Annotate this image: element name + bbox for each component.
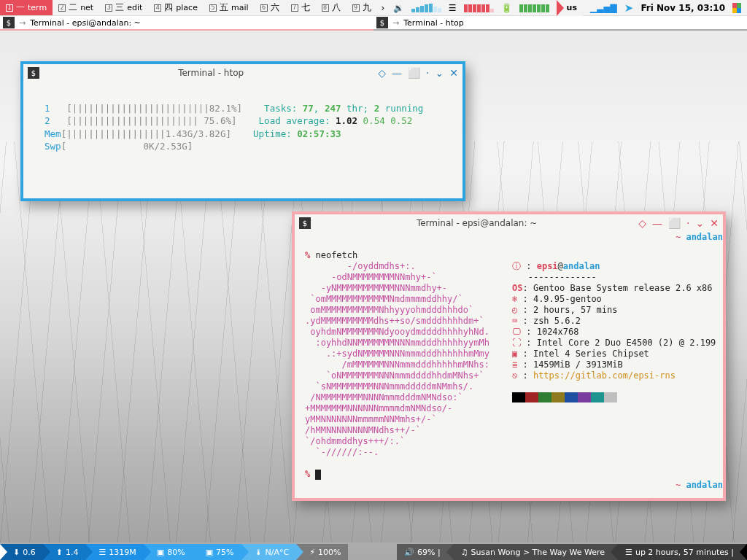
- system-tray: 🔉 ☰ 🔋 us ▁▃▅▇ ➤ Fri Nov 15, 03:10: [393, 0, 747, 15]
- workspace-6[interactable]: 6六: [255, 0, 285, 15]
- terminal-icon: $: [299, 217, 311, 229]
- task-terminal-epsi[interactable]: $→Terminal - epsi@andalan: ~: [0, 16, 374, 31]
- titlebar[interactable]: $ Terminal - htop ◇ — ⬜ · ⌄ ✕: [23, 64, 462, 82]
- volume-level[interactable]: 🔊69% |: [397, 544, 454, 560]
- memory-icon: ☰: [98, 548, 106, 557]
- neofetch-output: % neofetch -/oyddmdhs+:. -odNMMMMMMMMNNm…: [295, 232, 723, 498]
- window-buttons: ◇ — ⬜ · ⌄ ✕: [638, 217, 719, 229]
- arrow-icon: →: [19, 18, 26, 28]
- mem-graph: [464, 4, 494, 12]
- speaker-icon: 🔊: [404, 548, 414, 557]
- maximize-icon[interactable]: ⬜: [668, 217, 681, 229]
- cursor: [315, 470, 321, 480]
- terminal-icon: $: [28, 67, 39, 79]
- ws-num: 1: [6, 4, 13, 12]
- minimize-icon[interactable]: —: [392, 67, 402, 79]
- cpu1: ▣75%: [193, 544, 241, 560]
- thermometer-icon: 🌡: [255, 548, 263, 557]
- cpu-icon: ▣: [157, 548, 164, 557]
- bottombar: ⬇0.6 ⬆1.4 ☰1319M ▣80% ▣75% 🌡N/A°C ⚡100% …: [0, 544, 747, 560]
- telegram-icon[interactable]: ➤: [624, 1, 634, 15]
- dot-icon[interactable]: ·: [426, 67, 429, 79]
- cpu-icon: ▣: [206, 548, 213, 557]
- terminal-icon: $: [376, 17, 388, 28]
- chevron-down-icon[interactable]: ⌄: [436, 67, 444, 79]
- color-strip-icon: [732, 3, 741, 13]
- topbar: 1一term 2二net 3三edit 4四place 5五mail 6六 7七…: [0, 0, 747, 16]
- task-terminal-htop[interactable]: $→Terminal - htop: [374, 16, 747, 31]
- upload-icon: ⬆: [56, 548, 63, 557]
- keyboard-layout[interactable]: us: [557, 0, 583, 16]
- mem-used: ☰1319M: [85, 544, 143, 560]
- workspace-more-icon: ›: [377, 3, 390, 13]
- titlebar[interactable]: $ Terminal - epsi@andalan: ~ ◇ — ⬜ · ⌄ ✕: [295, 214, 723, 232]
- workspace-switcher: 1一term 2二net 3三edit 4四place 5五mail 6六 7七…: [0, 0, 389, 15]
- workspace-4[interactable]: 4四place: [148, 0, 204, 15]
- workspace-3[interactable]: 3三edit: [99, 0, 148, 15]
- disk-icon: ☰: [449, 3, 457, 13]
- dot-icon[interactable]: ·: [686, 217, 689, 229]
- bolt-icon: ⚡: [309, 548, 315, 557]
- window-title: Terminal - epsi@andalan: ~: [315, 218, 638, 228]
- prompt-host-right-2: ~ andalan: [676, 480, 723, 491]
- net-up: ⬆1.4: [43, 544, 86, 560]
- workspace-2[interactable]: 2二net: [53, 0, 99, 15]
- workspace-7[interactable]: 7七: [285, 0, 316, 15]
- workspace-5[interactable]: 5五mail: [204, 0, 255, 15]
- terminal-icon: $: [3, 17, 15, 28]
- now-playing[interactable]: ♫Susan Wong > The Way We Were: [454, 544, 618, 560]
- arrow-icon: →: [392, 18, 399, 28]
- disk-icon: ☰: [625, 548, 632, 557]
- temp: 🌡N/A°C: [241, 544, 297, 560]
- cpu-graph: [411, 4, 441, 12]
- pin-icon[interactable]: ◇: [378, 67, 386, 79]
- cpu0: ▣80%: [144, 544, 193, 560]
- clock[interactable]: Fri Nov 15, 03:10: [640, 3, 725, 13]
- bat-graph: [519, 4, 549, 12]
- close-icon[interactable]: ✕: [449, 67, 458, 79]
- window-htop[interactable]: $ Terminal - htop ◇ — ⬜ · ⌄ ✕ 1 [|||||||…: [20, 61, 465, 201]
- network-signal-icon: ▁▃▅▇: [590, 3, 617, 13]
- workspace-9[interactable]: 9九: [347, 0, 377, 15]
- window-title: Terminal - htop: [44, 68, 378, 78]
- close-icon[interactable]: ✕: [710, 217, 719, 229]
- pin-icon[interactable]: ◇: [638, 217, 646, 229]
- workspace-1[interactable]: 1一term: [0, 0, 53, 15]
- volume-icon[interactable]: 🔉: [393, 3, 404, 13]
- maximize-icon[interactable]: ⬜: [408, 67, 420, 79]
- task-row: $→Terminal - epsi@andalan: ~ $→Terminal …: [0, 16, 747, 31]
- battery: ⚡100%: [296, 544, 348, 560]
- minimize-icon[interactable]: —: [652, 217, 662, 229]
- window-buttons: ◇ — ⬜ · ⌄ ✕: [378, 67, 458, 79]
- net-down: ⬇0.6: [0, 544, 43, 560]
- window-neofetch[interactable]: $ Terminal - epsi@andalan: ~ ◇ — ⬜ · ⌄ ✕…: [292, 211, 726, 501]
- uptime: ☰up 2 hours, 57 minutes |: [618, 544, 747, 560]
- download-icon: ⬇: [13, 548, 20, 557]
- prompt-host-right: ~ andalan: [676, 232, 723, 243]
- music-icon: ♫: [461, 548, 468, 557]
- color-swatches: [512, 392, 716, 402]
- htop-output: 1 [|||||||||||||||||||||||||82.1%] Tasks…: [23, 82, 462, 198]
- workspace-8[interactable]: 8八: [316, 0, 347, 15]
- battery-icon: 🔋: [501, 3, 512, 13]
- chevron-down-icon[interactable]: ⌄: [696, 217, 705, 229]
